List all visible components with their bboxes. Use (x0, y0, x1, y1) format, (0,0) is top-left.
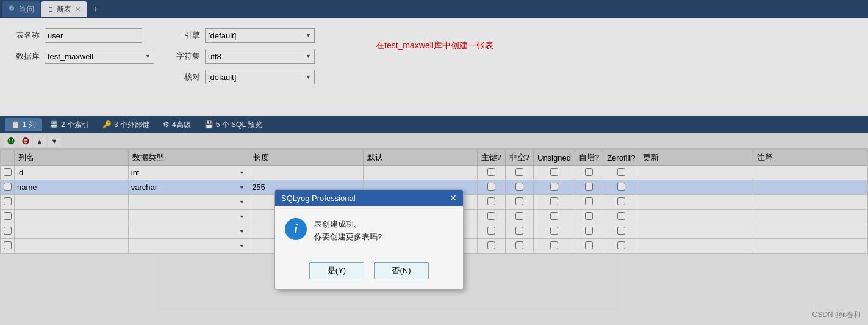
dialog-close-button[interactable]: ✕ (450, 193, 457, 203)
dialog-footer: 是(Y) 否(N) (275, 256, 463, 289)
dialog-message-line2: 你要创建更多表吗? (314, 231, 382, 244)
dialog-yes-button[interactable]: 是(Y) (309, 262, 364, 279)
dialog-titlebar: SQLyog Professional ✕ (275, 190, 463, 206)
dialog-overlay: SQLyog Professional ✕ i 表创建成功。 你要创建更多表吗?… (0, 0, 868, 325)
info-icon: i (285, 218, 307, 240)
dialog: SQLyog Professional ✕ i 表创建成功。 你要创建更多表吗?… (274, 189, 464, 290)
dialog-title: SQLyog Professional (281, 194, 356, 203)
dialog-body: i 表创建成功。 你要创建更多表吗? (275, 206, 463, 256)
dialog-message-line1: 表创建成功。 (314, 218, 382, 231)
dialog-no-button[interactable]: 否(N) (374, 262, 429, 279)
dialog-message: 表创建成功。 你要创建更多表吗? (314, 218, 382, 244)
